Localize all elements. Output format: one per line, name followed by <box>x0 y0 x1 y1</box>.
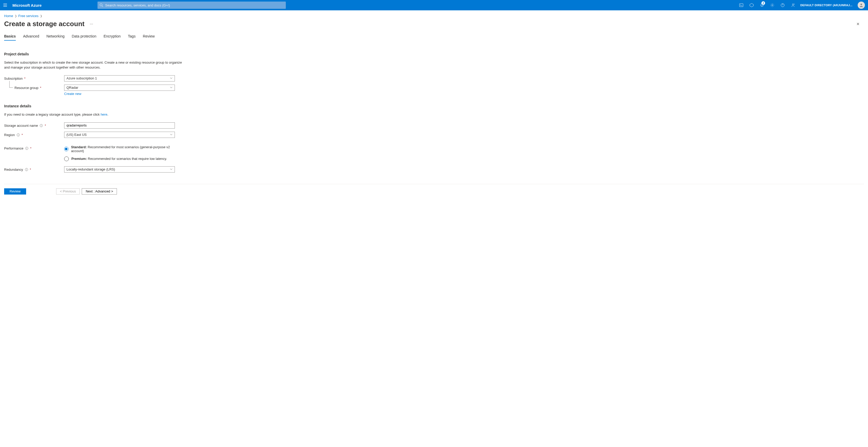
performance-standard-radio[interactable]: Standard: Recommended for most scenarios… <box>64 145 175 153</box>
required-indicator: * <box>22 133 23 137</box>
brand-label[interactable]: Microsoft Azure <box>10 3 46 7</box>
form-body: Project details Select the subscription … <box>0 40 191 182</box>
chevron-down-icon <box>170 86 173 90</box>
project-details-desc: Select the subscription in which to crea… <box>4 60 183 70</box>
required-indicator: * <box>45 124 46 127</box>
project-details-heading: Project details <box>4 52 187 56</box>
redundancy-value: Locally-redundant storage (LRS) <box>66 167 115 171</box>
feedback-icon <box>791 3 795 7</box>
region-select[interactable]: (US) East US <box>64 132 175 138</box>
performance-premium-radio[interactable]: Premium: Recommended for scenarios that … <box>64 156 175 161</box>
title-bar: Create a storage account ⋯ ✕ <box>0 19 868 32</box>
cloud-shell-button[interactable] <box>736 0 746 10</box>
resource-group-value: QRadar <box>66 86 79 90</box>
previous-button: < Previous <box>56 188 80 195</box>
top-toolbar: 2 DEFAULT DIRECTORY (ARJUNRAJ... <box>736 0 868 10</box>
tab-data-protection[interactable]: Data protection <box>72 32 96 40</box>
avatar-icon <box>859 3 864 7</box>
notifications-button[interactable]: 2 <box>757 0 767 10</box>
subscription-value: Azure subscription 1 <box>66 76 97 80</box>
review-button[interactable]: Review <box>4 188 26 195</box>
tab-tags[interactable]: Tags <box>128 32 136 40</box>
radio-unchecked-icon <box>64 156 69 161</box>
performance-radio-group: Standard: Recommended for most scenarios… <box>64 145 175 161</box>
help-icon <box>781 3 785 7</box>
region-field: Region * (US) East US <box>4 132 187 138</box>
svg-point-3 <box>772 5 773 6</box>
legacy-here-link[interactable]: here <box>101 113 107 116</box>
page-title: Create a storage account <box>4 20 85 28</box>
svg-line-1 <box>102 6 103 7</box>
tab-basics[interactable]: Basics <box>4 32 16 40</box>
tab-advanced[interactable]: Advanced <box>23 32 39 40</box>
storage-name-field: Storage account name * <box>4 122 187 128</box>
redundancy-field: Redundancy * Locally-redundant storage (… <box>4 166 187 173</box>
performance-label: Performance <box>4 146 23 150</box>
svg-point-6 <box>861 4 862 5</box>
next-button[interactable]: Next : Advanced > <box>82 188 117 195</box>
required-indicator: * <box>30 146 31 150</box>
more-actions-button[interactable]: ⋯ <box>90 22 93 26</box>
search-icon <box>100 3 103 7</box>
required-indicator: * <box>30 168 31 172</box>
chevron-right-icon: ❯ <box>40 14 42 17</box>
required-indicator: * <box>40 86 41 90</box>
footer: Review < Previous Next : Advanced > <box>0 184 868 199</box>
search-box[interactable] <box>97 2 286 9</box>
required-indicator: * <box>24 77 26 81</box>
chevron-right-icon: ❯ <box>15 14 17 17</box>
create-new-rg-link[interactable]: Create new <box>64 92 81 96</box>
storage-name-input-wrap <box>64 122 175 128</box>
feedback-button[interactable] <box>788 0 798 10</box>
instance-details-heading: Instance details <box>4 104 187 108</box>
info-icon[interactable] <box>39 124 43 127</box>
svg-point-15 <box>27 147 27 148</box>
chevron-down-icon <box>170 133 173 137</box>
subscription-select[interactable]: Azure subscription 1 <box>64 75 175 82</box>
chevron-down-icon <box>170 76 173 80</box>
tenant-label[interactable]: DEFAULT DIRECTORY (ARJUNRAJ... <box>798 4 855 7</box>
tree-line-icon <box>9 81 13 88</box>
tab-bar: Basics Advanced Networking Data protecti… <box>0 32 868 40</box>
svg-point-0 <box>100 4 102 6</box>
tab-encryption[interactable]: Encryption <box>103 32 121 40</box>
hamburger-menu-button[interactable] <box>0 0 10 10</box>
region-label: Region <box>4 133 15 137</box>
resource-group-field: Resource group * QRadar Create new <box>4 85 187 96</box>
directories-button[interactable] <box>746 0 757 10</box>
redundancy-label: Redundancy <box>4 168 23 172</box>
breadcrumb-free-services[interactable]: Free services <box>18 14 38 18</box>
svg-point-5 <box>793 4 794 5</box>
storage-name-label: Storage account name <box>4 124 38 127</box>
user-avatar[interactable] <box>858 2 865 9</box>
region-value: (US) East US <box>66 133 87 137</box>
svg-point-9 <box>41 125 41 125</box>
breadcrumb-home[interactable]: Home <box>4 14 13 18</box>
filter-icon <box>749 3 754 7</box>
cloud-shell-icon <box>739 3 743 7</box>
tab-review[interactable]: Review <box>143 32 155 40</box>
svg-rect-2 <box>740 4 743 7</box>
chevron-down-icon <box>170 167 173 171</box>
hamburger-icon <box>3 3 7 7</box>
search-input[interactable] <box>103 3 284 7</box>
top-header: Microsoft Azure 2 DEFAULT DIRECTORY (ARJ… <box>0 0 868 10</box>
info-icon[interactable] <box>25 146 28 150</box>
subscription-field: Subscription * Azure subscription 1 <box>4 75 187 82</box>
radio-checked-icon <box>64 147 68 151</box>
help-button[interactable] <box>777 0 788 10</box>
info-icon[interactable] <box>25 168 28 171</box>
storage-name-input[interactable] <box>66 123 173 127</box>
info-icon[interactable] <box>16 133 20 137</box>
global-search <box>97 1 286 10</box>
redundancy-select[interactable]: Locally-redundant storage (LRS) <box>64 166 175 173</box>
breadcrumb: Home ❯ Free services ❯ <box>0 10 868 19</box>
settings-button[interactable] <box>767 0 777 10</box>
gear-icon <box>770 3 774 7</box>
resource-group-select[interactable]: QRadar <box>64 85 175 91</box>
close-button[interactable]: ✕ <box>855 20 861 28</box>
performance-field: Performance * Standard: Recommended for … <box>4 145 187 161</box>
subscription-label: Subscription <box>4 77 23 81</box>
tab-networking[interactable]: Networking <box>46 32 64 40</box>
notification-badge: 2 <box>762 1 765 5</box>
